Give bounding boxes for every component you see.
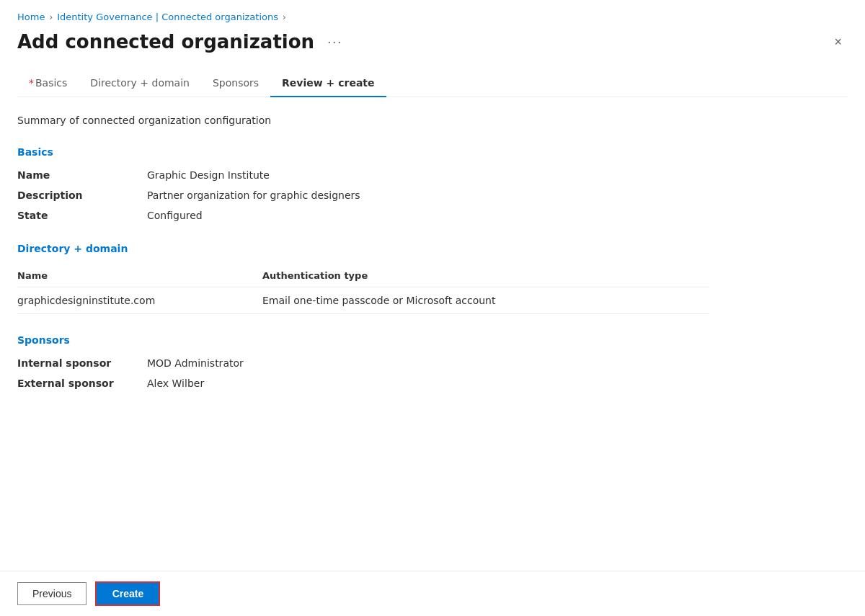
close-button[interactable]: ×	[828, 32, 848, 53]
basics-state-label: State	[17, 208, 147, 223]
basics-state-value: Configured	[147, 208, 709, 223]
page-title: Add connected organization	[17, 31, 314, 53]
basics-section: Basics Name Graphic Design Institute Des…	[17, 146, 709, 223]
basics-name-label: Name	[17, 168, 147, 182]
basics-fields-grid: Name Graphic Design Institute Descriptio…	[17, 168, 709, 223]
breadcrumb-sep-1: ›	[49, 12, 53, 22]
basics-description-value: Partner organization for graphic designe…	[147, 188, 709, 202]
internal-sponsor-value: MOD Administrator	[147, 356, 709, 370]
tab-directory-domain[interactable]: Directory + domain	[79, 70, 201, 97]
table-cell-auth-type: Email one-time passcode or Microsoft acc…	[262, 287, 709, 314]
sponsors-section-title: Sponsors	[17, 334, 709, 346]
summary-description: Summary of connected organization config…	[17, 115, 709, 126]
tab-review-create[interactable]: Review + create	[270, 70, 386, 97]
directory-domain-section: Directory + domain Name Authentication t…	[17, 243, 709, 314]
table-cell-name: graphicdesigninstitute.com	[17, 287, 262, 314]
external-sponsor-label: External sponsor	[17, 376, 147, 390]
table-header-row: Name Authentication type	[17, 264, 709, 287]
content-area: Summary of connected organization config…	[17, 115, 709, 390]
page-container: Home › Identity Governance | Connected o…	[0, 0, 865, 616]
directory-domain-table: Name Authentication type graphicdesignin…	[17, 264, 709, 314]
table-row: graphicdesigninstitute.com Email one-tim…	[17, 287, 709, 314]
sponsors-fields-grid: Internal sponsor MOD Administrator Exter…	[17, 356, 709, 390]
col-header-name: Name	[17, 264, 262, 287]
page-header: Add connected organization ··· ×	[17, 31, 848, 53]
more-options-button[interactable]: ···	[323, 32, 347, 53]
basics-name-value: Graphic Design Institute	[147, 168, 709, 182]
internal-sponsor-label: Internal sponsor	[17, 356, 147, 370]
previous-button[interactable]: Previous	[17, 582, 86, 605]
tab-basics[interactable]: *Basics	[17, 70, 79, 97]
directory-domain-table-section: Name Authentication type graphicdesignin…	[17, 264, 709, 314]
footer-bar: Previous Create	[0, 571, 865, 616]
directory-domain-section-title: Directory + domain	[17, 243, 709, 254]
basics-section-title: Basics	[17, 146, 709, 158]
breadcrumb-identity-governance[interactable]: Identity Governance | Connected organiza…	[57, 12, 278, 22]
breadcrumb: Home › Identity Governance | Connected o…	[17, 12, 848, 22]
page-title-row: Add connected organization ···	[17, 31, 347, 53]
col-header-auth-type: Authentication type	[262, 264, 709, 287]
basics-description-label: Description	[17, 188, 147, 202]
breadcrumb-home[interactable]: Home	[17, 12, 45, 22]
tabs-row: *Basics Directory + domain Sponsors Revi…	[17, 70, 848, 97]
external-sponsor-value: Alex Wilber	[147, 376, 709, 390]
breadcrumb-sep-2: ›	[283, 12, 286, 22]
create-button[interactable]: Create	[95, 581, 160, 606]
required-star: *	[29, 77, 34, 89]
sponsors-section: Sponsors Internal sponsor MOD Administra…	[17, 334, 709, 390]
tab-sponsors[interactable]: Sponsors	[201, 70, 270, 97]
